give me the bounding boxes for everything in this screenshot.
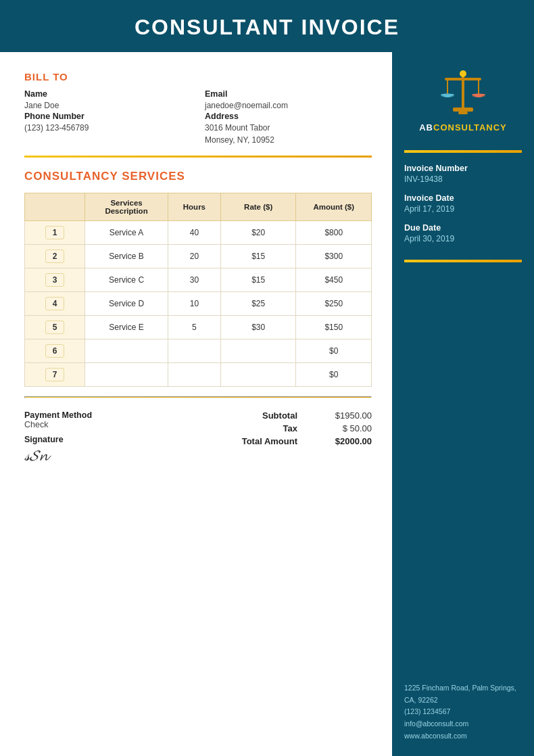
row-num-cell: 1 xyxy=(25,221,85,245)
bill-to-phone: Phone Number (123) 123-456789 xyxy=(24,112,191,146)
logo-icon xyxy=(433,66,493,120)
row-desc xyxy=(85,363,168,387)
row-hours: 40 xyxy=(168,221,220,245)
name-value: Jane Doe xyxy=(24,99,191,112)
left-panel: BILL TO Name Jane Doe Email janedoe@noem… xyxy=(0,52,392,756)
row-rate: $20 xyxy=(220,221,296,245)
row-amount: $250 xyxy=(296,292,372,316)
svg-point-8 xyxy=(472,93,485,97)
footer-website: www.abconsult.com xyxy=(404,730,522,742)
logo-text: ABCONSULTANCY xyxy=(419,122,507,133)
svg-point-7 xyxy=(441,93,454,97)
row-num-badge: 3 xyxy=(45,273,65,287)
row-num-badge: 6 xyxy=(45,344,65,358)
row-desc xyxy=(85,339,168,363)
page-header: CONSULTANT INVOICE xyxy=(0,0,534,52)
row-amount: $450 xyxy=(296,268,372,292)
total-label: Total Amount xyxy=(242,436,297,446)
footer-address: 1225 Fincham Road, Palm Springs, CA, 922… xyxy=(404,682,522,707)
row-num-badge: 5 xyxy=(45,321,65,334)
row-hours: 30 xyxy=(168,268,220,292)
row-num-cell: 2 xyxy=(25,245,85,268)
tax-value: $ 50.00 xyxy=(318,423,372,433)
row-amount: $800 xyxy=(296,221,372,245)
table-row: 4Service D10$25$250 xyxy=(25,292,372,316)
row-num-badge: 1 xyxy=(45,226,65,239)
table-row: 6$0 xyxy=(25,339,372,363)
table-header-row: Services Description Hours Rate ($) Amou… xyxy=(25,193,372,221)
row-num-cell: 7 xyxy=(25,363,85,387)
row-desc: Service B xyxy=(85,245,168,268)
services-table: Services Description Hours Rate ($) Amou… xyxy=(24,193,372,387)
row-desc: Service D xyxy=(85,292,168,316)
table-row: 5Service E5$30$150 xyxy=(25,316,372,339)
row-desc: Service C xyxy=(85,268,168,292)
signature-label: Signature xyxy=(24,435,92,444)
tax-row: Tax $ 50.00 xyxy=(242,423,372,433)
logo-consultancy: CONSULTANCY xyxy=(433,122,507,133)
row-hours xyxy=(168,363,220,387)
row-rate xyxy=(220,363,296,387)
col-num-header xyxy=(25,193,85,221)
row-num-badge: 4 xyxy=(45,297,65,310)
table-row: 7$0 xyxy=(25,363,372,387)
table-row: 2Service B20$15$300 xyxy=(25,245,372,268)
col-desc-header: Services Description xyxy=(85,193,168,221)
row-amount: $150 xyxy=(296,316,372,339)
right-footer: 1225 Fincham Road, Palm Springs, CA, 922… xyxy=(404,682,522,742)
page-title: CONSULTANT INVOICE xyxy=(0,15,534,40)
svg-rect-2 xyxy=(458,112,468,114)
row-rate: $30 xyxy=(220,316,296,339)
services-title: CONSULTANCY SERVICES xyxy=(24,170,372,183)
svg-rect-4 xyxy=(445,78,481,80)
row-num-cell: 5 xyxy=(25,316,85,339)
sidebar-divider-bottom xyxy=(404,260,522,262)
subtotal-row: Subtotal $1950.00 xyxy=(242,410,372,421)
total-row: Total Amount $2000.00 xyxy=(242,436,372,446)
sidebar-divider-top xyxy=(404,150,522,153)
row-num-cell: 4 xyxy=(25,292,85,316)
bill-to-name: Name Jane Doe xyxy=(24,89,191,112)
subtotal-value: $1950.00 xyxy=(318,410,372,421)
subtotal-label: Subtotal xyxy=(243,410,297,421)
row-rate: $25 xyxy=(220,292,296,316)
row-desc: Service A xyxy=(85,221,168,245)
address-label: Address xyxy=(205,112,372,121)
invoice-number-value: INV-19438 xyxy=(404,174,468,184)
right-panel: ABCONSULTANCY Invoice Number INV-19438 I… xyxy=(392,52,534,756)
address-value: 3016 Mount TaborMonsey, NY, 10952 xyxy=(205,122,372,146)
payment-right: Subtotal $1950.00 Tax $ 50.00 Total Amou… xyxy=(242,410,372,449)
row-desc: Service E xyxy=(85,316,168,339)
row-rate: $15 xyxy=(220,268,296,292)
due-date-value: April 30, 2019 xyxy=(404,234,454,243)
phone-label: Phone Number xyxy=(24,112,191,121)
table-row: 1Service A40$20$800 xyxy=(25,221,372,245)
email-value: janedoe@noemail.com xyxy=(205,99,372,112)
row-num-badge: 2 xyxy=(45,250,65,263)
invoice-date-detail: Invoice Date April 17, 2019 xyxy=(404,193,454,214)
footer-email: info@abconsult.com xyxy=(404,718,522,730)
divider-bottom xyxy=(24,396,372,398)
payment-section: Payment Method Check Signature 𝓈𝓢𝓷 Subto… xyxy=(24,410,372,465)
phone-value: (123) 123-456789 xyxy=(24,122,191,134)
tax-label: Tax xyxy=(243,423,297,433)
col-hours-header: Hours xyxy=(168,193,220,221)
row-num-badge: 7 xyxy=(45,368,65,381)
row-hours: 20 xyxy=(168,245,220,268)
total-value: $2000.00 xyxy=(318,436,372,446)
invoice-date-label: Invoice Date xyxy=(404,193,454,203)
row-rate xyxy=(220,339,296,363)
payment-method-value: Check xyxy=(24,420,92,429)
row-amount: $300 xyxy=(296,245,372,268)
svg-rect-1 xyxy=(453,108,473,112)
table-row: 3Service C30$15$450 xyxy=(25,268,372,292)
row-hours: 10 xyxy=(168,292,220,316)
due-date-label: Due Date xyxy=(404,223,454,233)
email-label: Email xyxy=(205,89,372,99)
row-num-cell: 3 xyxy=(25,268,85,292)
svg-point-3 xyxy=(460,70,466,77)
col-amount-header: Amount ($) xyxy=(296,193,372,221)
bill-to-title: BILL TO xyxy=(24,71,372,82)
bill-to-grid: Name Jane Doe Email janedoe@noemail.com … xyxy=(24,89,372,146)
row-amount: $0 xyxy=(296,339,372,363)
